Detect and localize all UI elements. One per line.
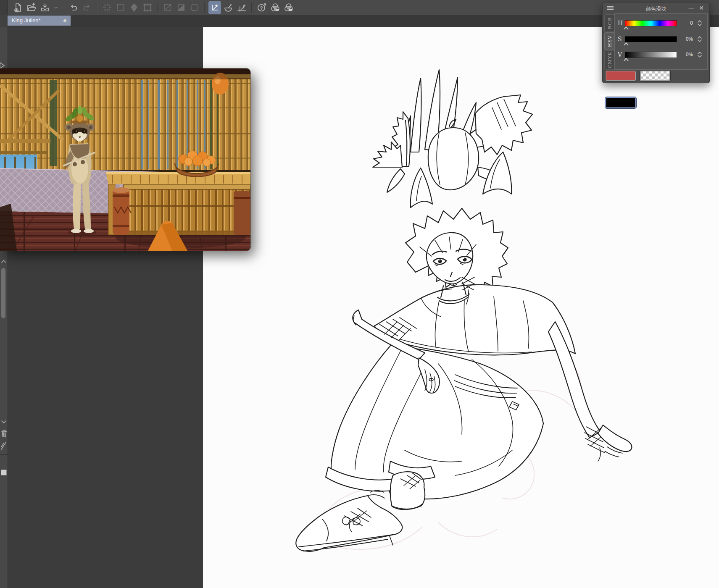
ruler-pen-icon[interactable] [208, 1, 221, 14]
tab-hsv[interactable]: HSV [604, 32, 615, 50]
saturation-slider-handle[interactable] [623, 42, 629, 45]
spray-burst-icon [101, 1, 113, 14]
toolbar-divider [204, 3, 205, 13]
toolbar-divider [251, 3, 252, 13]
svg-text:?: ? [260, 5, 263, 10]
strip-divider [0, 454, 8, 455]
reference-image [0, 68, 250, 251]
hue-slider-handle[interactable] [623, 26, 629, 29]
scrollbar-thumb[interactable] [1, 268, 5, 318]
saturation-spinner[interactable] [697, 35, 702, 43]
scroll-down-icon[interactable] [1, 420, 7, 424]
value-spinner[interactable] [697, 50, 702, 59]
value-value: 0% [679, 52, 693, 58]
save-file-icon[interactable] [39, 1, 51, 14]
document-tab-label: King Julien* [12, 17, 41, 24]
redo-icon [81, 1, 93, 14]
strip-swatch-square[interactable] [1, 470, 7, 475]
help-icon[interactable]: ? [255, 1, 268, 14]
slash-box-icon [161, 1, 174, 14]
sub-color-swatch[interactable] [605, 70, 636, 81]
save-options-chevron-icon[interactable] [52, 1, 60, 14]
hue-value: 0 [679, 20, 693, 26]
canvas-artwork [203, 27, 719, 588]
hue-slider-track[interactable] [625, 20, 677, 26]
color-slider-panel: 颜色滑块 — ✕ RGB HSV CMYK H 0 S 0% V 0% [602, 2, 710, 83]
transform-handles-icon [141, 1, 154, 14]
saturation-slider-track[interactable] [625, 36, 677, 42]
toolbar-divider [157, 3, 158, 13]
hue-slider-label: H [618, 20, 623, 26]
saturation-slider-label: S [618, 36, 622, 42]
toolbar-divider [63, 3, 64, 13]
hue-spinner[interactable] [697, 19, 702, 27]
tab-rgb[interactable]: RGB [604, 14, 615, 32]
rounded-marquee-icon [188, 1, 201, 14]
scroll-up-icon[interactable] [1, 259, 7, 263]
value-slider-label: V [618, 51, 622, 58]
main-color-swatch[interactable] [605, 97, 636, 108]
color-swatches [605, 70, 671, 81]
brush-bowl-icon[interactable] [222, 1, 234, 14]
panel-minimize-button[interactable]: — [687, 4, 695, 12]
transparent-color-swatch[interactable] [640, 70, 671, 81]
sliders-box: H 0 S 0% V 0% [614, 13, 708, 70]
workspace [0, 27, 719, 588]
unsaved-indicator-dot [63, 19, 66, 22]
value-slider-handle[interactable] [623, 58, 629, 61]
panel-close-button[interactable]: ✕ [698, 4, 705, 12]
diagonal-fill-box-icon [175, 1, 187, 14]
new-file-icon[interactable] [12, 1, 24, 14]
toolbar-divider [97, 3, 97, 13]
value-slider-track[interactable] [625, 52, 677, 58]
proof-color-cmy-icon[interactable] [269, 1, 282, 14]
reference-image-window[interactable] [0, 68, 250, 251]
panel-titlebar[interactable]: 颜色滑块 — ✕ [603, 3, 709, 13]
trash-icon[interactable] [1, 429, 8, 438]
open-file-icon[interactable] [25, 1, 38, 14]
clipped-blade-icon [1, 441, 7, 450]
saturation-value: 0% [679, 36, 693, 42]
proof-color-cmy-alt-icon[interactable] [282, 1, 295, 14]
pen-grid-icon[interactable] [235, 1, 248, 14]
select-marquee-icon [114, 1, 127, 14]
tab-cmyk[interactable]: CMYK [604, 50, 615, 70]
tabbar-corner [0, 15, 8, 27]
toolbar-corner [0, 0, 8, 15]
clipped-tool-icon [0, 62, 5, 69]
undo-icon[interactable] [67, 1, 80, 14]
document-tab-king-julien[interactable]: King Julien* [8, 16, 71, 26]
fill-kite-icon [128, 1, 140, 14]
drawing-canvas[interactable] [203, 27, 719, 588]
